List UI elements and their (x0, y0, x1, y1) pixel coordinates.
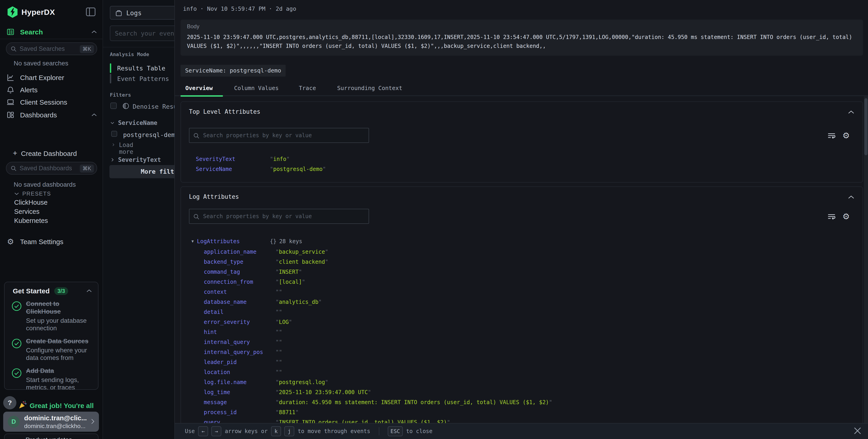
attribute-row: context"" (181, 287, 856, 297)
attribute-value[interactable]: "2025-11-10 23:59:47.000 UTC" (276, 389, 371, 396)
attribute-value[interactable]: "backup_service" (276, 249, 328, 255)
no-saved-searches-text: No saved searches (14, 60, 68, 67)
root-key[interactable]: LogAttributes (197, 238, 240, 245)
attribute-key[interactable]: SeverityText (196, 156, 235, 162)
sidebar-item-alerts[interactable]: Alerts (0, 84, 103, 96)
expand-triangle-icon[interactable]: ▾ (191, 239, 194, 244)
denoise-checkbox[interactable] (110, 102, 117, 109)
attribute-value[interactable]: "" (276, 289, 282, 295)
attribute-key[interactable]: log.file.name (204, 379, 247, 385)
chevron-up-icon[interactable] (86, 289, 92, 293)
tab-overview[interactable]: Overview (185, 85, 213, 91)
chevron-up-icon[interactable] (91, 30, 97, 34)
sidebar-item-chart-explorer[interactable]: Chart Explorer (0, 71, 103, 84)
key-count: 28 keys (279, 238, 302, 245)
attribute-value[interactable]: "analytics_db" (276, 299, 321, 305)
attribute-key[interactable]: database_name (204, 299, 247, 305)
collapse-chevron-icon[interactable] (848, 110, 855, 114)
help-button[interactable]: ? (3, 396, 17, 409)
braces-icon (270, 238, 277, 245)
attribute-value[interactable]: "duration: 45.950 ms statement: INSERT I… (276, 399, 552, 406)
tab-column-values[interactable]: Column Values (234, 85, 279, 91)
attribute-key[interactable]: backend_type (204, 259, 243, 265)
create-dashboard-button[interactable]: + Create Dashboard (0, 148, 103, 160)
saved-searches-field[interactable] (20, 44, 74, 54)
tab-trace[interactable]: Trace (299, 85, 316, 91)
analysis-mode-label: Analysis Mode (110, 52, 149, 57)
wrap-lines-icon[interactable] (827, 131, 836, 140)
attribute-value[interactable]: "client backend" (276, 259, 328, 265)
property-search-box[interactable] (189, 209, 369, 224)
property-search-input[interactable] (203, 211, 363, 222)
attribute-key[interactable]: log_time (204, 389, 230, 396)
attribute-value[interactable]: "postgresql-demo" (270, 166, 326, 172)
preset-kubernetes[interactable]: Kubernetes (14, 217, 48, 224)
attribute-value[interactable]: "" (276, 349, 282, 355)
attribute-key[interactable]: connection_from (204, 279, 253, 285)
log-attributes-root-row[interactable]: ▾ LogAttributes 28 keys (181, 237, 856, 247)
service-name-tag[interactable]: ServiceName: postgresql-demo (181, 65, 286, 76)
logs-source-icon (115, 9, 123, 17)
attribute-key[interactable]: hint (204, 329, 217, 335)
attribute-value[interactable]: "" (276, 359, 282, 365)
preset-clickhouse[interactable]: ClickHouse (14, 199, 48, 206)
get-started-header[interactable]: Get Started 3/3 (5, 282, 98, 297)
sidebar-item-team-settings[interactable]: ⚙ Team Settings (0, 235, 103, 248)
attribute-key[interactable]: process_id (204, 409, 237, 415)
attribute-value[interactable]: "88711" (276, 409, 299, 415)
attribute-row: process_id"88711" (181, 408, 856, 417)
task-connect-clickhouse[interactable]: Connect to ClickHouse Set up your databa… (11, 300, 93, 332)
preset-services[interactable]: Services (14, 208, 39, 215)
sidebar-item-label: Dashboards (20, 111, 57, 119)
sidebar-item-search[interactable]: Search (0, 26, 103, 38)
scrollbar-thumb[interactable] (864, 98, 868, 155)
collapse-chevron-icon[interactable] (848, 195, 855, 199)
sidebar-collapse-icon[interactable] (86, 7, 96, 17)
attribute-row: SeverityText"info" (181, 154, 856, 164)
saved-searches-input[interactable]: ⌘K (6, 42, 97, 55)
gear-icon[interactable]: ⚙ (842, 131, 851, 140)
tab-surrounding-context[interactable]: Surrounding Context (337, 85, 402, 91)
task-desc: Configure where your data comes from (26, 346, 91, 362)
attribute-value[interactable]: "" (276, 329, 282, 335)
attribute-value[interactable]: "LOG" (276, 319, 292, 325)
attribute-key[interactable]: context (204, 289, 227, 295)
sidebar-item-client-sessions[interactable]: Client Sessions (0, 96, 103, 108)
attribute-value[interactable]: "postgresql.log" (276, 379, 328, 385)
panel-scrollbar[interactable] (864, 96, 868, 439)
saved-dashboards-field[interactable] (20, 163, 74, 173)
filter-option-checkbox[interactable] (111, 131, 117, 137)
attribute-value[interactable]: "INSERT" (276, 269, 302, 275)
wrap-lines-icon[interactable] (827, 212, 836, 221)
property-search-box[interactable] (189, 128, 369, 143)
attribute-key[interactable]: error_severity (204, 319, 250, 325)
attribute-value[interactable]: "" (276, 309, 282, 315)
attribute-key[interactable]: message (204, 399, 227, 406)
attribute-value[interactable]: "" (276, 339, 282, 345)
attribute-key[interactable]: location (204, 369, 230, 375)
attribute-row: command_tag"INSERT" (181, 267, 856, 277)
attribute-value[interactable]: "info" (270, 156, 290, 162)
gear-icon[interactable]: ⚙ (842, 212, 851, 221)
attribute-key[interactable]: internal_query_pos (204, 349, 263, 355)
task-add-data[interactable]: Add Data Start sending logs, metrics, or… (11, 367, 93, 390)
task-create-data-sources[interactable]: Create Data Sources Configure where your… (11, 337, 93, 362)
attribute-key[interactable]: ServiceName (196, 166, 232, 172)
task-desc: Set up your database connection (26, 317, 91, 332)
body-text[interactable]: 2025-11-10 23:59:47.000 UTC,postgres,ana… (187, 33, 857, 51)
attribute-key[interactable]: leader_pid (204, 359, 237, 365)
chevron-up-icon[interactable] (91, 113, 97, 117)
attribute-key[interactable]: internal_query (204, 339, 250, 345)
sidebar-item-dashboards[interactable]: Dashboards (0, 108, 103, 121)
attribute-value[interactable]: "[local]" (276, 279, 305, 285)
user-menu[interactable]: D dominic.tran@clic... dominic.tran@clic… (3, 412, 99, 432)
saved-dashboards-input[interactable]: ⌘K (6, 162, 97, 175)
property-search-input[interactable] (203, 130, 363, 141)
attribute-key[interactable]: application_name (204, 249, 256, 255)
attribute-value[interactable]: "" (276, 369, 282, 375)
attribute-key[interactable]: command_tag (204, 269, 240, 275)
close-icon[interactable] (853, 426, 862, 435)
attribute-key[interactable]: detail (204, 309, 224, 315)
section-title: Top Level Attributes (189, 108, 260, 115)
product-updates-card[interactable]: Product updates (4, 434, 98, 439)
